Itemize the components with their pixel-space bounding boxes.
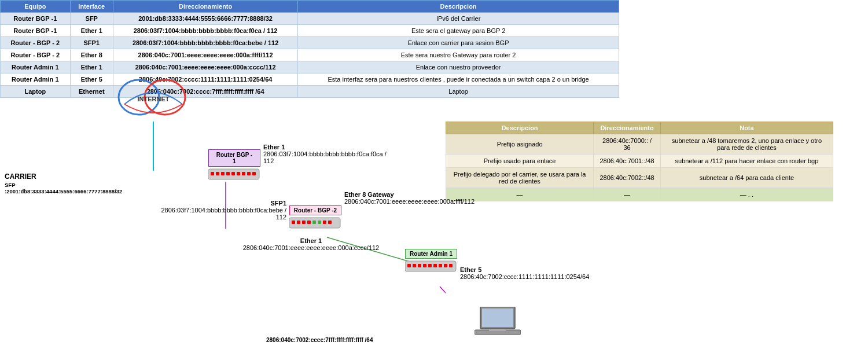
router-bgp2: Router - BGP -2 SFP1 2806:03f7:1004:bbbb… (289, 205, 341, 232)
main-cell-direccionamiento: 2806:03f7:1004:bbbb:bbbb:bbbb:f0ca:f0ca … (113, 25, 298, 37)
svg-rect-9 (211, 172, 214, 175)
main-cell-direccionamiento: 2806:03f7:1004:bbbb:bbbb:bbbb:f0ca:bebe … (113, 37, 298, 49)
main-table-row: Router - BGP - 2SFP12806:03f7:1004:bbbb:… (1, 37, 619, 49)
second-table-row: Prefijo usado para enlace2806:40c:7001::… (446, 155, 833, 168)
second-cell-direccionamiento: 2806:40c:7000:: / 36 (594, 134, 661, 155)
main-cell-direccionamiento: 2806:040c:7001:eeee:eeee:eeee:000a:cccc/… (113, 61, 298, 74)
svg-rect-21 (302, 221, 306, 224)
second-cell-descripcion: Prefijo usado para enlace (446, 155, 594, 168)
svg-rect-16 (247, 172, 251, 175)
svg-rect-12 (226, 172, 230, 175)
second-cell-direccionamiento: 2806:40c:7002::/48 (594, 168, 661, 188)
main-cell-equipo: Router - BGP - 2 (1, 49, 71, 61)
svg-rect-29 (413, 264, 416, 267)
second-cell-nota: subnetear a /64 para cada cliente (660, 168, 833, 188)
main-cell-descripcion: Laptop (298, 86, 619, 98)
router-admin1-label: Router Admin 1 (405, 249, 457, 259)
col2-header-direccionamiento: Direccionamiento (594, 122, 661, 134)
main-table-row: Router - BGP - 2Ether 82806:040c:7001:ee… (1, 49, 619, 61)
router-bgp2-ether8: Ether 8 Gateway 2806:040c:7001:eeee:eeee… (344, 191, 489, 205)
svg-rect-25 (323, 221, 326, 224)
second-cell-nota: subnetear a /48 tomaremos 2, uno para en… (660, 134, 833, 155)
svg-rect-38 (482, 308, 513, 327)
main-table: Equipo Interface Direccionamiento Descri… (0, 0, 619, 98)
second-cell-direccionamiento: 2806:40c:7001::/48 (594, 155, 661, 168)
router-admin1-ether1: Ether 1 2806:040c:7001:eeee:eeee:eeee:00… (220, 237, 402, 251)
main-table-row: Router Admin 1Ether 12806:040c:7001:eeee… (1, 61, 619, 74)
main-cell-equipo: Router Admin 1 (1, 61, 71, 74)
col-header-descripcion: Descripcion (298, 1, 619, 13)
main-table-row: Router BGP -1SFP2001:db8:3333:4444:5555:… (1, 13, 619, 25)
main-cell-interface: Ethernet (70, 86, 113, 98)
svg-rect-30 (418, 264, 421, 267)
laptop-icon (475, 307, 521, 341)
col-header-direccionamiento: Direccionamiento (113, 1, 298, 13)
main-cell-equipo: Laptop (1, 86, 71, 98)
second-cell-nota: — . . (660, 188, 833, 201)
main-table-wrapper: Equipo Interface Direccionamiento Descri… (0, 0, 619, 98)
router-bgp1: Router BGP -1 Ether 1 2806:03f7:1004:bbb… (208, 149, 260, 183)
svg-rect-34 (439, 264, 442, 267)
main-cell-interface: SFP1 (70, 37, 113, 49)
svg-rect-32 (428, 264, 432, 267)
main-cell-equipo: Router - BGP - 2 (1, 37, 71, 49)
second-table-row: ——— . . (446, 188, 833, 201)
router-bgp1-label: Router BGP -1 (208, 149, 260, 167)
router-admin1-icon (405, 260, 457, 274)
main-table-row: LaptopEthernet2806:040c:7002:cccc:7fff:f… (1, 86, 619, 98)
svg-rect-33 (433, 264, 437, 267)
router-bgp2-label: Router - BGP -2 (289, 205, 341, 215)
main-cell-direccionamiento: 2001:db8:3333:4444:5555:6666:7777:8888/3… (113, 13, 298, 25)
second-cell-direccionamiento: — (594, 188, 661, 201)
svg-rect-35 (444, 264, 447, 267)
second-table-wrapper: Descripcion Direccionamiento Nota Prefij… (446, 122, 833, 201)
main-cell-equipo: Router BGP -1 (1, 13, 71, 25)
svg-rect-19 (292, 221, 295, 224)
svg-rect-20 (297, 221, 300, 224)
router-admin1: Router Admin 1 Ether 1 2806:040c:7001:ee… (405, 249, 457, 275)
svg-rect-36 (449, 264, 453, 267)
main-cell-equipo: Router BGP -1 (1, 25, 71, 37)
router-bgp2-sfp1: SFP1 2806:03f7:1004:bbbb:bbbb:bbbb:f0ca:… (156, 200, 286, 221)
laptop-addr-label: 2806:040c:7002:cccc:7fff:ffff:ffff:ffff … (266, 337, 373, 343)
carrier-label: CARRIER (5, 172, 120, 181)
main-cell-descripcion: Esta interfaz sera para nuestros cliente… (298, 74, 619, 86)
col2-header-descripcion: Descripcion (446, 122, 594, 134)
svg-text:INTERNET: INTERNET (138, 95, 170, 102)
cloud-svg: INTERNET (116, 75, 191, 119)
main-cell-descripcion: Este sera el gateway para BGP 2 (298, 25, 619, 37)
svg-rect-23 (312, 221, 316, 224)
svg-rect-14 (237, 172, 240, 175)
carrier-section: CARRIER SFP :2001:db8:3333:4444:5555:666… (5, 172, 120, 194)
main-cell-interface: Ether 8 (70, 49, 113, 61)
second-table: Descripcion Direccionamiento Nota Prefij… (446, 122, 833, 201)
svg-rect-15 (242, 172, 245, 175)
second-cell-nota: subnetear a /112 para hacer enlace con r… (660, 155, 833, 168)
main-cell-descripcion: Este sera nuestro Gateway para router 2 (298, 49, 619, 61)
main-cell-direccionamiento: 2806:040c:7001:eeee:eeee:eeee:000a:ffff/… (113, 49, 298, 61)
svg-rect-11 (221, 172, 225, 175)
internet-cloud: INTERNET (116, 75, 191, 120)
svg-rect-22 (307, 221, 311, 224)
router-bgp1-ether1: Ether 1 2806:03f7:1004:bbbb:bbbb:bbbb:f0… (263, 144, 391, 164)
svg-rect-40 (489, 329, 506, 331)
main-cell-descripcion: IPv6 del Carrier (298, 13, 619, 25)
col-header-equipo: Equipo (1, 1, 71, 13)
second-cell-descripcion: Prefijo delegado por el carrier, se usar… (446, 168, 594, 188)
second-cell-descripcion: Prefijo asignado (446, 134, 594, 155)
svg-rect-10 (216, 172, 219, 175)
second-table-row: Prefijo asignado2806:40c:7000:: / 36subn… (446, 134, 833, 155)
main-cell-descripcion: Enlace con nuestro proveedor (298, 61, 619, 74)
main-cell-descripcion: Enlace con carrier para sesion BGP (298, 37, 619, 49)
svg-rect-26 (328, 221, 332, 224)
second-table-row: Prefijo delegado por el carrier, se usar… (446, 168, 833, 188)
router-bgp1-icon (208, 168, 260, 182)
main-table-row: Router BGP -1Ether 12806:03f7:1004:bbbb:… (1, 25, 619, 37)
col-header-interface: Interface (70, 1, 113, 13)
svg-rect-31 (423, 264, 426, 267)
laptop-area (475, 307, 521, 343)
svg-rect-13 (231, 172, 235, 175)
router-bgp2-icon (289, 216, 341, 230)
main-cell-equipo: Router Admin 1 (1, 74, 71, 86)
svg-rect-28 (407, 264, 411, 267)
